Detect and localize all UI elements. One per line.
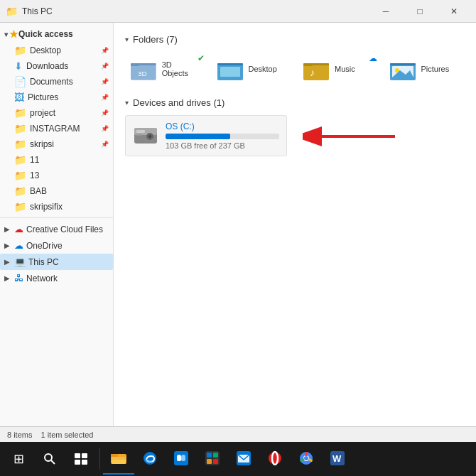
sidebar-item-pictures-label: Pictures [28,92,58,102]
sidebar-item-instagram-label: INSTAGRAM [30,124,80,134]
edge-icon [143,451,157,465]
sidebar-item-bab-label: BAB [30,186,47,196]
sidebar-item-documents[interactable]: 📄 Documents 📌 [0,74,113,90]
sidebar-item-skripsi-label: skripsi [30,139,54,149]
sidebar-item-13-label: 13 [30,171,39,180]
folders-section-header[interactable]: ▾ Folders (7) [125,34,465,45]
this-pc-icon: 💻 [14,256,26,267]
sidebar-item-this-pc[interactable]: ▶ 💻 This PC [0,254,113,270]
sidebar-item-pictures[interactable]: 🖼 Pictures 📌 [0,90,113,105]
sidebar-item-13[interactable]: 📁 13 [0,168,113,183]
maximize-button[interactable]: □ [404,0,436,23]
svg-point-45 [304,456,308,460]
search-icon [43,453,56,465]
sidebar-item-11[interactable]: 📁 11 [0,152,113,168]
title-bar-icon: 📁 [6,6,18,17]
network-icon: 🖧 [14,273,23,283]
annotation-arrow [303,108,402,165]
svg-rect-5 [220,67,240,77]
minimize-button[interactable]: ─ [369,0,402,23]
task-view-button[interactable] [65,443,97,475]
photos-icon [205,451,220,465]
sidebar-item-project[interactable]: 📁 project 📌 [0,105,113,121]
svg-rect-18 [136,130,145,133]
sidebar-item-documents-label: Documents [30,77,73,87]
drives-chevron: ▾ [125,99,129,107]
sidebar-item-instagram[interactable]: 📁 INSTAGRAM 📌 [0,121,113,136]
search-button[interactable] [34,443,65,475]
taskbar-store[interactable] [166,443,197,475]
sidebar-item-skripsifix[interactable]: 📁 skripsifix [0,199,113,215]
drive-progress-container [166,134,279,139]
taskbar-edge[interactable] [134,443,166,475]
onedrive-icon: ☁ [14,240,23,251]
sidebar-item-skripsi[interactable]: 📁 skripsi 📌 [0,136,113,152]
pin-icon-downloads: 📌 [101,63,109,70]
project-folder-icon: 📁 [14,107,26,119]
sidebar: ▾ ★ Quick access 📁 Desktop 📌 ⬇ Downloads… [0,23,114,426]
taskbar-mail[interactable] [228,443,259,475]
creative-cloud-chevron: ▶ [4,225,10,233]
sidebar-divider-1 [0,217,113,218]
svg-point-17 [148,135,151,138]
sidebar-item-desktop-label: Desktop [30,45,61,55]
taskbar-photos[interactable] [197,443,228,475]
folder-item-desktop[interactable]: Desktop [212,52,293,86]
status-bar: 8 items 1 item selected [0,426,476,442]
close-button[interactable]: ✕ [438,0,470,23]
taskbar-file-explorer[interactable] [103,443,134,475]
store-icon [174,451,188,465]
3d-objects-status-icon: ✔ [198,53,205,63]
main-area: ▾ ★ Quick access 📁 Desktop 📌 ⬇ Downloads… [0,23,476,426]
svg-text:♪: ♪ [310,67,315,78]
taskbar-chrome[interactable] [291,443,322,475]
pin-icon-instagram: 📌 [101,125,109,132]
sidebar-item-onedrive[interactable]: ▶ ☁ OneDrive [0,237,113,254]
hdd-icon [133,122,158,148]
skripsifix-folder-icon: 📁 [14,201,26,212]
drive-item-c[interactable]: OS (C:) 103 GB free of 237 GB [125,115,287,156]
folder-item-3d-objects[interactable]: 3D 3D Objects ✔ [125,52,206,86]
3d-objects-icon: 3D [131,56,156,82]
taskbar: ⊞ [0,442,476,476]
pin-icon-desktop: 📌 [101,47,109,54]
drive-name: OS (C:) [166,121,279,131]
music-folder-icon: ♪ [303,56,329,82]
file-explorer-icon [111,451,126,465]
taskbar-opera[interactable] [259,443,291,475]
title-bar: 📁 This PC ─ □ ✕ [0,0,476,23]
folders-grid: 3D 3D Objects ✔ Desktop [125,52,465,86]
svg-line-23 [51,460,55,464]
taskbar-word[interactable]: W [322,443,353,475]
pictures-folder-icon-content [390,56,416,82]
folder-item-pictures[interactable]: Pictures [384,52,465,86]
svg-rect-10 [390,63,416,65]
drive-info: OS (C:) 103 GB free of 237 GB [166,121,279,150]
opera-icon [268,451,282,465]
instagram-folder-icon: 📁 [14,123,26,134]
folder-item-music[interactable]: ♪ Music ☁ [298,52,379,86]
sidebar-item-bab[interactable]: 📁 BAB [0,183,113,199]
drives-label: Devices and drives (1) [133,97,225,108]
sidebar-item-downloads[interactable]: ⬇ Downloads 📌 [0,58,113,74]
onedrive-label: OneDrive [26,241,63,251]
sidebar-item-11-label: 11 [30,155,39,165]
pin-icon-pictures: 📌 [101,94,109,101]
svg-rect-31 [112,457,126,460]
start-button[interactable]: ⊞ [3,443,34,475]
quick-access-chevron: ▾ [4,31,8,38]
drive-progress-fill [166,134,230,139]
desktop-folder-icon: 📁 [14,45,26,56]
music-label: Music [335,65,355,73]
task-view-icon [75,453,87,465]
sidebar-item-network[interactable]: ▶ 🖧 Network [0,270,113,286]
drives-section-header[interactable]: ▾ Devices and drives (1) [125,97,465,108]
sidebar-item-desktop[interactable]: 📁 Desktop 📌 [0,43,113,58]
pin-icon-documents: 📌 [101,78,109,85]
pictures-content-label: Pictures [421,65,450,73]
folders-chevron: ▾ [125,36,129,43]
drive-icon-container [133,122,158,150]
quick-access-header[interactable]: ▾ ★ Quick access [0,26,113,43]
sidebar-item-creative-cloud[interactable]: ▶ ☁ Creative Cloud Files [0,221,113,237]
svg-rect-38 [213,459,218,464]
